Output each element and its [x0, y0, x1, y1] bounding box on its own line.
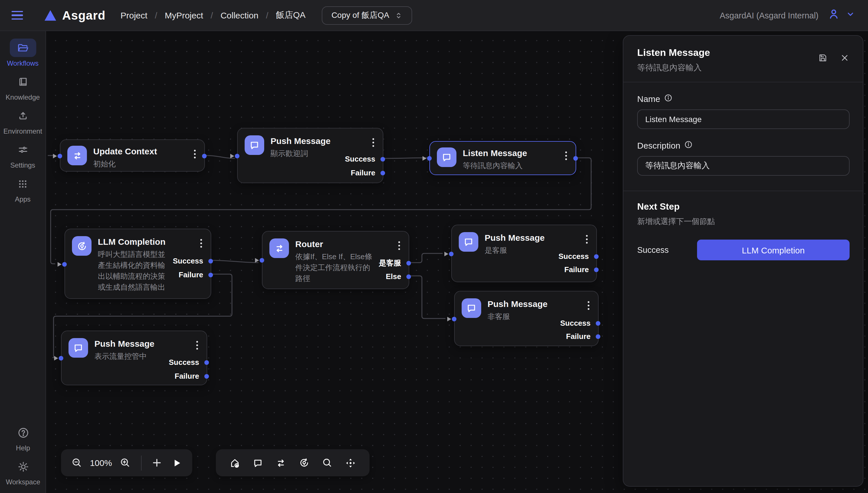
port-dot	[452, 317, 457, 321]
next-step-node-button[interactable]: LLM Completion	[697, 240, 850, 260]
description-input[interactable]	[637, 156, 850, 176]
llm-node-icon[interactable]	[297, 455, 312, 470]
breadcrumb-workflow[interactable]: 飯店QA	[276, 10, 305, 21]
output-port[interactable]	[573, 156, 578, 161]
close-icon[interactable]	[840, 53, 849, 65]
input-port[interactable]	[58, 262, 67, 267]
breadcrumb-project[interactable]: Project	[120, 10, 147, 20]
output-label: Success	[560, 319, 591, 327]
info-icon[interactable]	[684, 141, 692, 150]
sidebar-item-workflows[interactable]: Workflows	[0, 39, 45, 67]
node-title: Router	[295, 238, 375, 250]
port-dot	[406, 261, 411, 265]
message-node-icon[interactable]	[250, 455, 265, 470]
input-port[interactable]	[230, 154, 240, 158]
output-port-failure[interactable]: Failure	[564, 265, 599, 274]
breadcrumb-collection[interactable]: Collection	[220, 10, 259, 20]
port-dot	[380, 157, 385, 161]
input-port[interactable]	[54, 356, 63, 361]
run-button[interactable]	[170, 455, 183, 470]
port-dot	[204, 374, 209, 379]
port-arrow-icon	[54, 356, 58, 361]
kebab-menu-icon[interactable]	[585, 234, 589, 245]
output-port-is-cs[interactable]: 是客服	[379, 258, 411, 269]
sidebar-item-help[interactable]: Help	[0, 423, 46, 452]
swap-node-icon[interactable]	[274, 455, 289, 470]
breadcrumb-myproject[interactable]: MyProject	[164, 10, 203, 20]
swap-icon	[269, 238, 289, 258]
upload-icon	[9, 107, 36, 125]
kebab-menu-icon[interactable]	[193, 149, 197, 159]
breadcrumb-separator: /	[211, 10, 213, 20]
port-dot	[594, 267, 599, 272]
sidebar-item-environment[interactable]: Environment	[0, 107, 45, 135]
output-port-else[interactable]: Else	[386, 272, 411, 281]
message-icon	[462, 298, 481, 318]
description-label-text: Description	[637, 141, 680, 150]
output-port[interactable]	[202, 154, 207, 158]
output-port-success[interactable]: Success	[345, 155, 385, 163]
output-port-failure[interactable]: Failure	[566, 332, 600, 341]
kebab-menu-icon[interactable]	[564, 150, 568, 161]
search-icon[interactable]	[320, 455, 335, 470]
sliders-icon	[9, 141, 36, 159]
fit-view-icon[interactable]	[343, 455, 358, 470]
kebab-menu-icon[interactable]	[199, 238, 203, 249]
kebab-menu-icon[interactable]	[586, 300, 591, 311]
output-port-success[interactable]: Success	[169, 358, 209, 367]
node-llm-completion[interactable]: LLM Completion 呼叫大型語言模型並產生結構化的資料輸出以輔助流程的…	[65, 229, 211, 299]
sidebar-item-knowledge[interactable]: Knowledge	[0, 72, 45, 101]
output-port-success[interactable]: Success	[558, 252, 599, 261]
add-node-icon[interactable]	[227, 455, 242, 470]
node-router[interactable]: Router 依據If、Else If、Else條件決定工作流程執行的路徑 是客…	[262, 231, 409, 289]
logo[interactable]: Asgard	[44, 8, 106, 22]
node-update-context[interactable]: Update Context 初始化	[60, 140, 205, 172]
output-label: Failure	[351, 169, 375, 177]
output-port-success[interactable]: Success	[173, 257, 213, 265]
app-window: Update Context 初始化 Push Message 顯示歡迎詞 Su…	[0, 0, 868, 493]
port-dot	[208, 259, 213, 263]
output-port-failure[interactable]: Failure	[179, 271, 213, 279]
port-dot	[596, 321, 600, 325]
port-dot	[62, 262, 67, 267]
folder-icon	[9, 39, 36, 57]
input-port[interactable]	[444, 252, 453, 256]
node-listen-message[interactable]: Listen Message 等待訊息內容輸入	[429, 141, 576, 175]
kebab-menu-icon[interactable]	[195, 340, 199, 351]
add-button[interactable]	[151, 455, 163, 470]
menu-icon[interactable]	[12, 8, 26, 23]
kebab-menu-icon[interactable]	[397, 240, 401, 251]
input-port[interactable]	[447, 317, 457, 321]
port-dot	[202, 154, 207, 158]
sidebar-item-workspace[interactable]: Workspace	[0, 457, 46, 486]
sidebar-item-settings[interactable]: Settings	[0, 141, 45, 169]
output-port-failure[interactable]: Failure	[351, 169, 385, 177]
sidebar-item-apps[interactable]: Apps	[0, 174, 45, 203]
book-icon	[9, 72, 36, 91]
output-port-success[interactable]: Success	[560, 319, 600, 327]
user-icon[interactable]	[828, 8, 840, 22]
kebab-menu-icon[interactable]	[371, 137, 375, 148]
node-push-message-welcome[interactable]: Push Message 顯示歡迎詞 Success Failure	[237, 128, 383, 183]
node-push-message-not-cs[interactable]: Push Message 非客服 Success Failure	[454, 291, 599, 346]
account-label: AsgardAI (Asgard Internal)	[720, 10, 819, 20]
name-input[interactable]	[637, 109, 850, 129]
chevron-down-icon[interactable]	[846, 9, 855, 21]
output-port-failure[interactable]: Failure	[175, 372, 209, 380]
workflow-selector[interactable]: Copy of 飯店QA	[322, 6, 413, 24]
node-properties-panel: Listen Message 等待訊息內容輸入 Name Descriptio	[623, 35, 863, 487]
port-arrow-icon	[230, 154, 234, 158]
save-icon[interactable]	[818, 53, 828, 65]
message-icon	[245, 135, 264, 155]
zoom-in-button[interactable]	[119, 455, 132, 470]
node-push-message-cs[interactable]: Push Message 是客服 Success Failure	[451, 224, 597, 282]
info-icon[interactable]	[664, 94, 672, 104]
panel-header: Listen Message 等待訊息內容輸入	[623, 36, 863, 82]
input-port[interactable]	[255, 258, 264, 263]
next-step-title: Next Step	[637, 201, 850, 212]
zoom-out-button[interactable]	[70, 455, 83, 470]
input-port[interactable]	[422, 156, 432, 161]
node-push-message-throttle[interactable]: Push Message 表示流量控管中 Success Failure	[61, 330, 207, 385]
input-port[interactable]	[53, 154, 62, 158]
name-label: Name	[637, 94, 850, 104]
